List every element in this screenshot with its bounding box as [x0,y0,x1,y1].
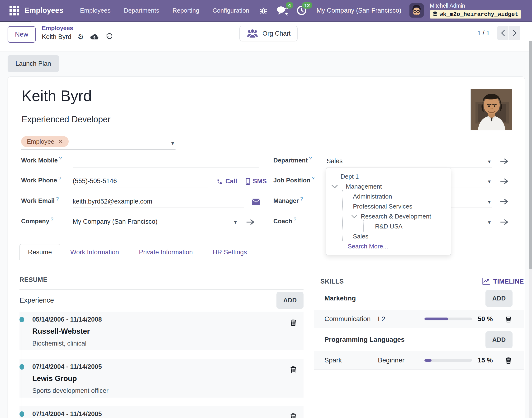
skills-timeline-link[interactable]: TIMELINE [482,278,524,285]
help-icon[interactable]: ? [312,176,314,181]
new-button[interactable]: New [8,26,36,43]
work-phone-row: Work Phone? (555)-505-5146 Call SMS [21,173,267,187]
add-experience-button[interactable]: ADD [277,292,303,309]
pager-count: 1 / 1 [477,29,490,37]
help-icon[interactable]: ? [59,156,62,161]
skill-row-communication[interactable]: Communication L2 50 % [314,310,524,328]
user-avatar[interactable] [409,3,424,18]
delete-entry-button[interactable] [290,366,297,374]
user-menu[interactable]: Mitchell Admin wk_m2o_heirarchy_widget [430,3,521,19]
caret-down-icon[interactable]: ▾ [488,219,492,226]
tab-resume[interactable]: Resume [20,244,60,260]
dropdown-item-professional-services[interactable]: Professional Services [326,201,451,211]
skill-percent: 15 % [472,357,493,364]
work-mobile-input[interactable] [73,165,259,167]
employee-photo[interactable] [471,89,512,130]
arrow-right-icon [500,198,508,205]
work-email-input[interactable]: keith.byrd52@example.com [73,198,244,208]
help-icon[interactable]: ? [58,176,61,181]
apps-grid-icon[interactable] [10,6,19,15]
resume-entry[interactable]: 07/14/2004 - 11/14/2005 [20,406,303,418]
tag-remove-icon[interactable]: ✕ [58,138,63,145]
dropdown-item-rd-usa[interactable]: R&D USA [326,221,451,231]
actions-gear-icon[interactable]: ⚙ [78,33,84,40]
trash-icon [290,413,297,418]
trash-icon [505,357,512,364]
messages-icon[interactable]: 4 [276,5,288,16]
nav-item-employees[interactable]: Employees [73,0,117,21]
job-position-internal-link[interactable] [500,178,508,187]
call-label: Call [225,178,237,185]
tags-field[interactable]: Employee ✕ ▾ [21,136,175,150]
chart-line-icon [482,278,490,285]
save-cloud-icon[interactable] [90,33,99,40]
add-skill-button[interactable]: ADD [486,290,512,307]
help-icon[interactable]: ? [309,156,312,161]
title-block: Keith Byrd Experienced Developer [21,84,387,129]
pager-previous-button[interactable] [497,26,509,40]
help-icon[interactable]: ? [294,217,296,222]
chevron-down-icon[interactable] [331,185,338,188]
scrollbar-thumb[interactable] [529,41,532,269]
nav-item-reporting[interactable]: Reporting [166,0,206,21]
delete-skill-button[interactable] [493,357,524,364]
tags-caret-down-icon[interactable]: ▾ [171,140,174,147]
tag-employee[interactable]: Employee ✕ [21,136,69,147]
work-mobile-label: Work Mobile? [21,156,73,167]
company-switcher[interactable]: My Company (San Francisco) [317,7,401,14]
coach-internal-link[interactable] [500,219,508,228]
nav-item-configuration[interactable]: Configuration [206,0,256,21]
caret-down-icon[interactable]: ▾ [234,219,238,225]
tab-work-information[interactable]: Work Information [60,244,129,260]
caret-down-icon[interactable]: ▾ [488,199,492,205]
entry-title: Lewis Group [32,374,303,383]
breadcrumb-current: Keith Byrd [42,33,71,41]
work-phone-input[interactable]: (555)-505-5146 [73,177,208,187]
delete-entry-button[interactable] [290,318,297,327]
tab-private-information[interactable]: Private Information [129,244,203,260]
org-chart-button[interactable]: Org Chart [239,26,298,41]
department-internal-link[interactable] [500,158,508,167]
page-scrollbar[interactable] [529,41,532,418]
help-icon[interactable]: ? [56,196,59,201]
tab-hr-settings[interactable]: HR Settings [203,244,257,260]
skill-row-spark[interactable]: Spark Beginner 15 % [314,351,524,370]
send-email-button[interactable] [252,198,260,208]
help-icon[interactable]: ? [300,196,303,201]
dropdown-item-administration[interactable]: Administration [326,191,451,201]
launch-plan-button[interactable]: Launch Plan [8,55,59,72]
call-link[interactable]: Call [216,178,237,187]
caret-down-icon[interactable]: ▾ [488,158,492,165]
manager-internal-link[interactable] [500,198,508,208]
employee-form-card: Keith Byrd Experienced Developer Employe… [8,76,525,418]
job-title-input[interactable]: Experienced Developer [21,110,387,129]
nav-item-departments[interactable]: Departments [117,0,166,21]
caret-down-icon[interactable]: ▾ [488,178,492,185]
pager-next-button[interactable] [509,26,520,40]
app-name[interactable]: Employees [24,6,63,15]
employee-name-input[interactable]: Keith Byrd [21,84,387,110]
discard-undo-icon[interactable] [105,33,112,41]
delete-entry-button[interactable] [290,413,297,418]
dropdown-item-management[interactable]: Management [326,181,451,191]
activities-clock-icon[interactable]: 12 [296,5,307,16]
chevron-down-icon[interactable] [351,215,358,218]
help-icon[interactable]: ? [51,217,53,222]
chevron-left-icon [501,29,505,36]
dropdown-search-more[interactable]: Search More... [326,241,451,251]
debug-bug-icon[interactable] [259,6,268,15]
delete-skill-button[interactable] [493,315,524,323]
breadcrumb-parent[interactable]: Employees [42,25,112,32]
company-select[interactable]: My Company (San Francisco) ▾ [73,218,238,228]
department-select[interactable]: Sales ▾ [326,157,492,167]
dropdown-item-dept-1[interactable]: Dept 1 [326,172,451,181]
company-internal-link[interactable] [246,219,254,228]
resume-entry[interactable]: 07/14/2004 - 11/14/2005 Lewis Group Spor… [20,359,303,398]
entry-dates: 07/14/2004 - 11/14/2005 [32,410,303,418]
dropdown-item-sales[interactable]: Sales [326,231,451,241]
resume-entry[interactable]: 05/14/2006 - 11/14/2008 Russell-Webster … [20,312,303,350]
sms-link[interactable]: SMS [245,178,267,187]
skill-group-name: Programming Languages [324,336,405,343]
dropdown-item-research-development[interactable]: Research & Development [326,211,451,221]
add-skill-button[interactable]: ADD [486,331,512,348]
